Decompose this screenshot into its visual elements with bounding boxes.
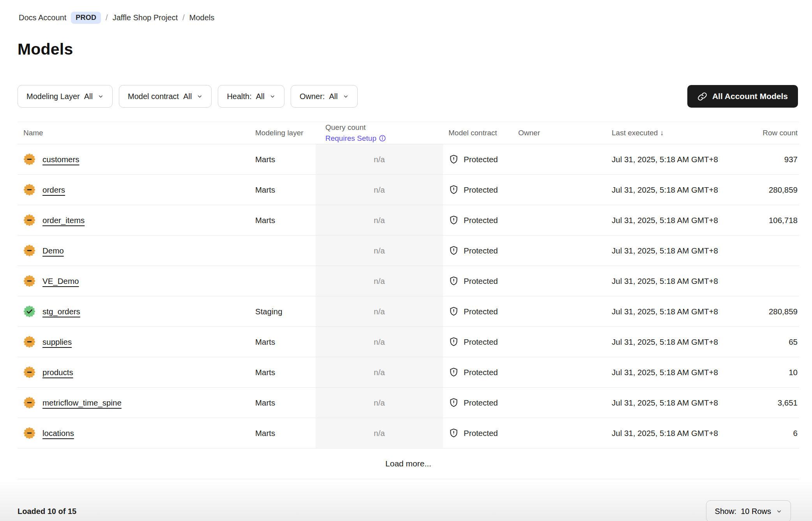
table-row: supplies Marts n/a Protected Jul 31, 202… [18, 327, 799, 357]
model-name-link[interactable]: supplies [42, 337, 72, 347]
chevron-down-icon [343, 94, 349, 99]
filter-label: Health: [227, 92, 251, 101]
last-executed-cell: Jul 31, 2025, 5:18 AM GMT+8 [612, 276, 725, 286]
shield-icon [448, 337, 459, 347]
filter-label: Owner: [300, 92, 325, 101]
link-icon [697, 92, 707, 101]
table-body: customers Marts n/a Protected Jul 31, 20… [18, 144, 799, 448]
row-count-cell: 6 [725, 429, 799, 438]
model-contract-cell: Protected [443, 154, 518, 165]
contract-label: Protected [464, 307, 498, 316]
requires-setup-link[interactable]: Requires Setup [325, 133, 386, 144]
show-label: Show: [715, 507, 737, 516]
shield-icon [448, 428, 459, 438]
model-name-link[interactable]: metricflow_time_spine [42, 398, 122, 408]
filter-value: All [183, 92, 192, 101]
model-contract-cell: Protected [443, 184, 518, 195]
filter-modeling-layer[interactable]: Modeling Layer All [18, 85, 113, 108]
health-warning-icon [23, 245, 35, 257]
model-name-cell: stg_orders [18, 305, 255, 317]
model-name-link[interactable]: order_items [42, 216, 85, 225]
requires-setup-label: Requires Setup [325, 133, 376, 144]
filter-health[interactable]: Health: All [218, 85, 284, 108]
filter-owner[interactable]: Owner: All [291, 85, 358, 108]
show-rows-value: 10 Rows [741, 507, 771, 516]
column-header-modeling-layer: Modeling layer [255, 129, 316, 137]
model-contract-cell: Protected [443, 306, 518, 317]
all-account-models-button[interactable]: All Account Models [687, 85, 798, 108]
health-success-icon [23, 305, 35, 317]
all-account-models-label: All Account Models [712, 92, 788, 101]
last-executed-cell: Jul 31, 2025, 5:18 AM GMT+8 [612, 216, 725, 225]
column-header-last-executed[interactable]: Last executed↓ [612, 129, 725, 137]
last-executed-cell: Jul 31, 2025, 5:18 AM GMT+8 [612, 155, 725, 164]
environment-badge: PROD [71, 12, 101, 24]
modeling-layer-cell: Marts [255, 337, 316, 347]
column-header-name: Name [18, 129, 255, 137]
breadcrumb: Docs Account PROD / Jaffle Shop Project … [0, 0, 812, 24]
model-contract-cell: Protected [443, 215, 518, 225]
row-count-cell: 65 [725, 337, 799, 347]
filter-model-contract[interactable]: Model contract All [119, 85, 212, 108]
table-row: Demo n/a Protected Jul 31, 2025, 5:18 AM… [18, 236, 799, 266]
health-warning-icon [23, 366, 35, 378]
model-contract-cell: Protected [443, 276, 518, 286]
query-count-cell: n/a [316, 418, 443, 448]
health-warning-icon [23, 336, 35, 348]
query-count-cell: n/a [316, 175, 443, 205]
last-executed-cell: Jul 31, 2025, 5:18 AM GMT+8 [612, 185, 725, 195]
filter-value: All [329, 92, 337, 101]
model-name-link[interactable]: customers [42, 155, 79, 164]
model-name-cell: order_items [18, 214, 255, 226]
breadcrumb-separator: / [106, 13, 108, 22]
query-count-cell: n/a [316, 296, 443, 326]
modeling-layer-cell: Marts [255, 216, 316, 225]
last-executed-cell: Jul 31, 2025, 5:18 AM GMT+8 [612, 368, 725, 377]
query-count-cell: n/a [316, 357, 443, 387]
model-contract-cell: Protected [443, 337, 518, 347]
query-count-cell: n/a [316, 327, 443, 357]
modeling-layer-cell: Marts [255, 185, 316, 195]
model-name-link[interactable]: orders [42, 185, 65, 195]
page-title: Models [0, 24, 812, 58]
model-name-cell: orders [18, 184, 255, 196]
modeling-layer-cell: Marts [255, 368, 316, 377]
last-executed-cell: Jul 31, 2025, 5:18 AM GMT+8 [612, 337, 725, 347]
models-page: Docs Account PROD / Jaffle Shop Project … [0, 0, 812, 521]
chevron-down-icon [270, 94, 275, 99]
table-footer: Loaded 10 of 15 Show: 10 Rows [0, 479, 812, 521]
model-name-link[interactable]: stg_orders [42, 307, 80, 316]
info-icon[interactable] [379, 135, 386, 142]
model-name-link[interactable]: VE_Demo [42, 276, 79, 286]
breadcrumb-account[interactable]: Docs Account [19, 13, 66, 22]
column-header-row-count: Row count [725, 129, 799, 137]
contract-label: Protected [464, 216, 498, 225]
contract-label: Protected [464, 276, 498, 286]
last-executed-cell: Jul 31, 2025, 5:18 AM GMT+8 [612, 429, 725, 438]
contract-label: Protected [464, 429, 498, 438]
chevron-down-icon [776, 509, 782, 514]
model-name-cell: products [18, 366, 255, 378]
load-more-row: Load more... [18, 448, 799, 479]
breadcrumb-project[interactable]: Jaffle Shop Project [113, 13, 178, 22]
row-count-cell: 280,859 [725, 307, 799, 316]
column-header-query-count: Query count Requires Setup [316, 122, 443, 144]
model-name-cell: locations [18, 427, 255, 439]
load-more-button[interactable]: Load more... [385, 459, 431, 468]
model-name-link[interactable]: locations [42, 429, 74, 438]
modeling-layer-cell: Marts [255, 398, 316, 408]
table-row: products Marts n/a Protected Jul 31, 202… [18, 357, 799, 388]
shield-icon [448, 154, 459, 165]
model-name-link[interactable]: products [42, 368, 73, 377]
last-executed-label: Last executed [612, 129, 658, 137]
shield-icon [448, 397, 459, 408]
health-warning-icon [23, 153, 35, 165]
model-contract-cell: Protected [443, 397, 518, 408]
health-warning-icon [23, 275, 35, 287]
last-executed-cell: Jul 31, 2025, 5:18 AM GMT+8 [612, 398, 725, 408]
chevron-down-icon [197, 94, 203, 99]
show-rows-dropdown[interactable]: Show: 10 Rows [706, 500, 791, 521]
query-count-cell: n/a [316, 205, 443, 235]
model-name-link[interactable]: Demo [42, 246, 64, 255]
shield-icon [448, 245, 459, 256]
